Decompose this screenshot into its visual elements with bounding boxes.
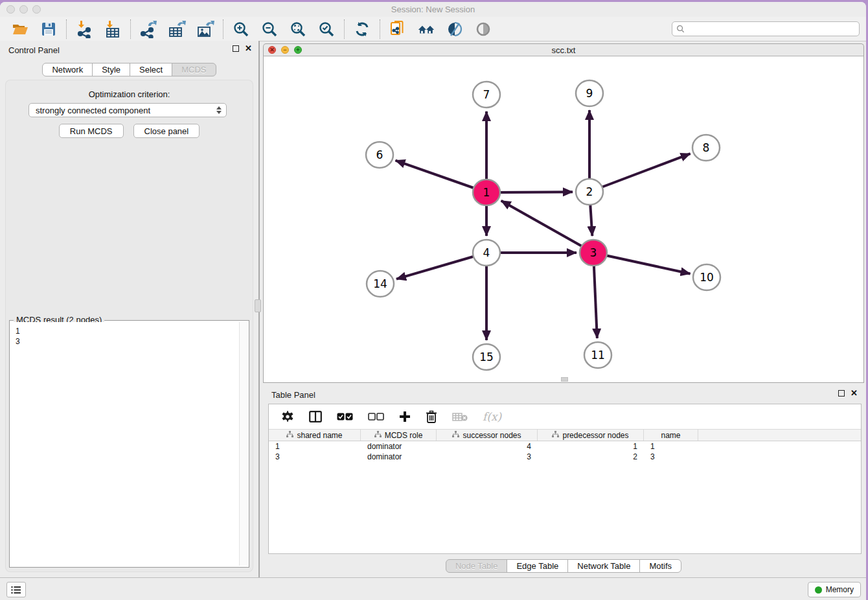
network-minimize-icon[interactable]: −	[281, 46, 289, 54]
table-cell: 1	[538, 441, 644, 452]
memory-button[interactable]: Memory	[808, 582, 861, 597]
table-cell: dominator	[361, 452, 437, 462]
tab-select[interactable]: Select	[130, 63, 172, 76]
table-row[interactable]: 1dominator411	[269, 441, 861, 452]
tab-style[interactable]: Style	[92, 63, 130, 76]
save-session-icon[interactable]	[40, 19, 58, 39]
memory-status-icon	[815, 586, 822, 594]
graph-node-6[interactable]: 6	[366, 142, 393, 168]
graph-edge-3-1[interactable]	[501, 201, 593, 253]
graph-node-10[interactable]: 10	[693, 264, 720, 290]
result-scrollbar[interactable]	[239, 322, 247, 566]
network-close-icon[interactable]: ✕	[268, 46, 276, 54]
panel-splitter-handle[interactable]	[255, 299, 261, 312]
svg-text:8: 8	[703, 141, 710, 154]
hide-graphics-details-icon[interactable]	[474, 19, 492, 39]
float-panel-icon[interactable]	[233, 45, 239, 52]
table-row[interactable]: 3dominator323	[269, 452, 861, 462]
mcds-result-list[interactable]: 13	[11, 322, 247, 566]
session-title: Session: New Session	[0, 2, 866, 17]
tab-mcds[interactable]: MCDS	[172, 63, 216, 76]
window-controls[interactable]	[6, 5, 41, 14]
close-panel-button[interactable]: Close panel	[133, 124, 200, 138]
table-cell: 2	[538, 452, 644, 462]
settings-gear-icon[interactable]	[281, 410, 294, 423]
tab-node-table[interactable]: Node Table	[446, 559, 508, 573]
search-field[interactable]	[672, 21, 860, 36]
graph-node-4[interactable]: 4	[473, 240, 500, 266]
canvas-grip[interactable]	[561, 377, 568, 382]
delete-table-icon	[452, 412, 468, 422]
close-window-icon[interactable]	[6, 5, 15, 14]
graph-node-2[interactable]: 2	[576, 179, 603, 205]
graph-node-15[interactable]: 15	[473, 344, 500, 370]
zoom-in-icon[interactable]	[232, 19, 250, 39]
graph-edge-3-10[interactable]	[593, 253, 691, 273]
network-canvas[interactable]: 7968124314101511	[263, 56, 864, 383]
graph-edge-2-8[interactable]	[589, 154, 691, 192]
result-line: 1	[16, 326, 247, 336]
zoom-window-icon[interactable]	[32, 5, 41, 14]
tab-edge-table[interactable]: Edge Table	[507, 559, 568, 573]
tab-network-table[interactable]: Network Table	[567, 559, 640, 573]
graph-node-7[interactable]: 7	[473, 82, 500, 108]
function-builder-icon: f(x)	[483, 410, 501, 423]
svg-text:14: 14	[373, 277, 387, 290]
svg-text:15: 15	[479, 351, 494, 363]
graph-node-9[interactable]: 9	[576, 80, 603, 106]
column-header-successor-nodes[interactable]: successor nodes	[437, 430, 538, 441]
open-session-icon[interactable]	[11, 19, 29, 39]
search-icon	[676, 25, 685, 33]
svg-text:2: 2	[586, 185, 593, 198]
mcds-panel: Optimization criterion: strongly connect…	[5, 80, 253, 572]
network-titlebar[interactable]: ✕ − + scc.txt	[263, 43, 864, 56]
import-table-icon[interactable]	[104, 19, 122, 39]
column-header-MCDS-role[interactable]: MCDS role	[361, 430, 437, 441]
graph-node-14[interactable]: 14	[367, 271, 394, 297]
network-maximize-icon[interactable]: +	[294, 46, 302, 54]
export-image-icon[interactable]	[196, 19, 214, 39]
task-history-button[interactable]	[6, 582, 26, 597]
zoom-fit-icon[interactable]	[289, 19, 307, 39]
graph-node-1[interactable]: 1	[473, 179, 500, 205]
column-layout-icon[interactable]	[309, 411, 322, 422]
table-cell: dominator	[361, 441, 437, 452]
column-header-name[interactable]: name	[644, 430, 698, 441]
dropdown-stepper-icon	[215, 106, 223, 116]
criterion-dropdown[interactable]: strongly connected component	[29, 103, 227, 117]
clone-network-icon[interactable]	[389, 19, 407, 39]
table-panel: Table Panel ✕	[263, 386, 864, 577]
show-graphics-details-icon[interactable]	[446, 19, 464, 39]
delete-column-icon[interactable]	[426, 410, 437, 423]
graph-node-3[interactable]: 3	[580, 240, 607, 266]
column-header-shared-name[interactable]: shared name	[269, 430, 361, 441]
column-header-predecessor-nodes[interactable]: predecessor nodes	[538, 430, 644, 441]
unselect-all-columns-icon[interactable]	[368, 413, 384, 421]
svg-text:7: 7	[483, 88, 490, 101]
zoom-selected-icon[interactable]	[317, 19, 336, 39]
add-column-icon[interactable]	[399, 411, 411, 422]
export-table-icon[interactable]	[168, 19, 186, 39]
tab-network[interactable]: Network	[42, 63, 93, 76]
control-panel-tabs: NetworkStyleSelectMCDS	[0, 63, 258, 76]
graph-node-11[interactable]: 11	[584, 342, 611, 368]
table-header[interactable]: shared nameMCDS rolesuccessor nodesprede…	[269, 429, 861, 441]
graph-edge-1-6[interactable]	[396, 161, 486, 192]
close-table-panel-icon[interactable]: ✕	[851, 390, 858, 397]
minimize-window-icon[interactable]	[19, 5, 28, 14]
search-input[interactable]	[687, 23, 859, 35]
column-type-icon	[552, 431, 559, 440]
float-table-panel-icon[interactable]	[838, 390, 845, 397]
select-all-columns-icon[interactable]	[337, 413, 353, 421]
tab-motifs[interactable]: Motifs	[639, 559, 681, 573]
import-network-icon[interactable]	[75, 19, 93, 39]
node-table-region: f(x) shared nameMCDS rolesuccessor nodes…	[268, 404, 862, 554]
refresh-network-icon[interactable]	[353, 19, 371, 39]
column-type-icon	[286, 431, 293, 440]
export-network-icon[interactable]	[139, 19, 157, 39]
close-panel-icon[interactable]: ✕	[245, 45, 252, 52]
zoom-out-icon[interactable]	[260, 19, 279, 39]
first-neighbors-icon[interactable]	[417, 19, 435, 39]
graph-node-8[interactable]: 8	[692, 135, 720, 161]
run-mcds-button[interactable]: Run MCDS	[59, 124, 124, 138]
